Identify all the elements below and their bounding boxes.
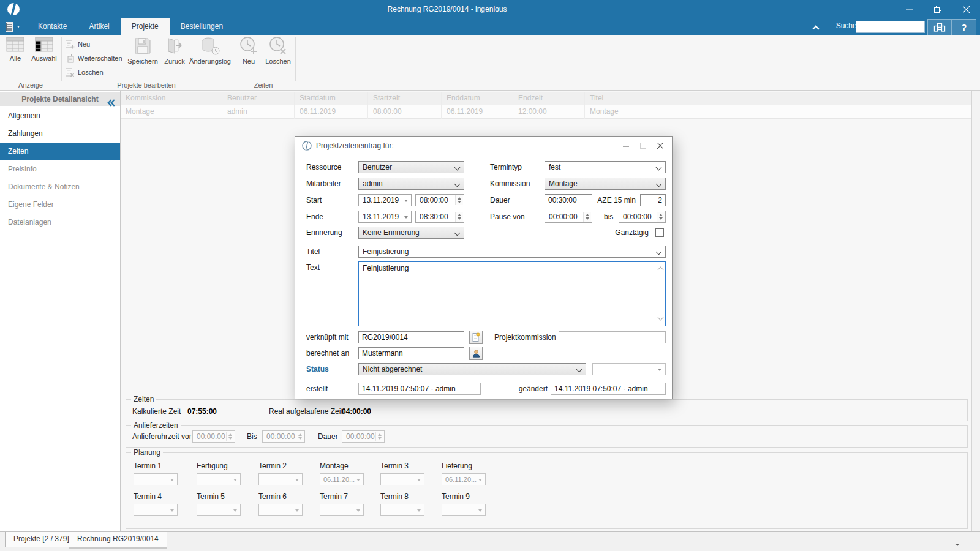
geaendert-label: geändert — [516, 383, 548, 395]
alle-button[interactable]: Alle — [2, 36, 28, 81]
ende-date-picker[interactable]: 13.11.2019 — [358, 211, 412, 223]
weiterschalten-button[interactable]: Weiterschalten — [65, 52, 123, 64]
erstellt-label: erstellt — [306, 383, 328, 395]
verknuepft-lookup-button[interactable] — [469, 331, 483, 344]
auswahl-label: Auswahl — [31, 54, 57, 62]
status-combo[interactable]: Nicht abgerechnet — [358, 363, 586, 375]
status-extra-combo[interactable] — [592, 363, 666, 375]
aze-input[interactable] — [640, 194, 666, 206]
anliefer-dauer-label: Dauer — [318, 431, 338, 442]
projektkommission-input[interactable] — [559, 331, 666, 343]
fertigung-combo[interactable] — [197, 473, 241, 485]
tab-artikel[interactable]: Artikel — [78, 18, 120, 35]
sidebar-item-dokumente[interactable]: Dokumente & Notizen — [0, 178, 120, 196]
column-header-startdatum[interactable]: Startdatum — [295, 92, 368, 105]
start-label: Start — [306, 194, 322, 206]
termin3-combo[interactable] — [380, 473, 424, 485]
panel-planung-legend: Planung — [131, 448, 163, 457]
column-header-enddatum[interactable]: Enddatum — [442, 92, 513, 105]
column-header-benutzer[interactable]: Benutzer — [222, 92, 295, 105]
scroll-up-icon[interactable] — [658, 265, 663, 274]
projekt-neu-button[interactable]: Neu — [65, 38, 90, 50]
dialog-separator — [303, 380, 665, 380]
ganztaegig-checkbox[interactable] — [655, 228, 664, 237]
mitarbeiter-combo[interactable]: admin — [358, 178, 464, 190]
sidebar-item-preisinfo[interactable]: Preisinfo — [0, 160, 120, 178]
verknuepft-input[interactable] — [358, 331, 464, 343]
zurueck-button[interactable]: Zurück — [160, 36, 189, 81]
anliefer-bis-input[interactable]: 00:00:00 — [262, 430, 305, 443]
dialog-minimize-button[interactable] — [618, 140, 634, 151]
projekt-loeschen-button[interactable]: Löschen — [65, 66, 104, 78]
tab-projekte[interactable]: Projekte — [121, 18, 170, 35]
ressource-combo[interactable]: Benutzer — [358, 161, 464, 173]
kalkulierte-zeit-label: Kalkulierte Zeit — [132, 406, 181, 417]
grid-header: Kommission Benutzer Startdatum Startzeit… — [121, 92, 971, 105]
sidebar-item-zeiten[interactable]: Zeiten — [0, 143, 120, 160]
search-button[interactable] — [927, 19, 952, 36]
termin4-combo[interactable] — [134, 504, 178, 516]
dialog-logo-icon — [302, 141, 312, 152]
termintyp-label: Termintyp — [490, 161, 522, 173]
berechnet-lookup-button[interactable] — [469, 347, 483, 360]
close-button[interactable] — [952, 0, 980, 18]
minimize-button[interactable] — [895, 0, 924, 18]
sidebar-item-allgemein[interactable]: Allgemein — [0, 107, 120, 125]
start-time-spinner[interactable]: 08:00:00 — [415, 194, 464, 206]
pause-bis-spinner[interactable]: 00:00:00 — [619, 211, 666, 223]
tab-overflow-icon[interactable] — [956, 539, 959, 548]
termin8-combo[interactable] — [380, 504, 424, 516]
restore-button[interactable] — [924, 0, 952, 18]
kommission-combo[interactable]: Montage — [545, 178, 666, 190]
column-header-startzeit[interactable]: Startzeit — [368, 92, 442, 105]
dialog-close-button[interactable] — [652, 140, 668, 151]
real-zeit-value: 04:00:00 — [342, 406, 371, 417]
termin9-combo[interactable] — [442, 504, 486, 516]
termin6-combo[interactable] — [258, 504, 303, 516]
start-date-picker[interactable]: 13.11.2019 — [358, 194, 412, 206]
titel-label: Titel — [306, 246, 320, 258]
document-link-icon — [471, 332, 481, 342]
zeit-loeschen-button[interactable]: Löschen — [263, 36, 293, 81]
new-document-icon — [65, 39, 75, 49]
sidebar-item-zahlungen[interactable]: Zahlungen — [0, 125, 120, 143]
tab-bestellungen[interactable]: Bestellungen — [170, 18, 234, 35]
column-header-endzeit[interactable]: Endzeit — [513, 92, 585, 105]
column-header-kommission[interactable]: Kommission — [121, 92, 222, 105]
doc-tab-rechnung[interactable]: Rechnung RG2019/0014 — [69, 532, 167, 547]
scroll-down-icon[interactable] — [658, 313, 663, 321]
table-row[interactable]: Montage admin 06.11.2019 08:00:00 06.11.… — [121, 105, 971, 119]
anlieferuhrzeit-von-input[interactable]: 00:00:00 — [192, 430, 235, 443]
zeit-neu-button[interactable]: Neu — [236, 36, 261, 81]
kalkulierte-zeit-value: 07:55:00 — [187, 406, 217, 417]
aenderungslog-button[interactable]: Änderungslog — [189, 36, 232, 81]
geaendert-input — [551, 383, 666, 395]
speichern-button[interactable]: Speichern — [125, 36, 160, 81]
montage-combo[interactable]: 06.11.20... — [320, 473, 364, 485]
termin2-combo[interactable] — [258, 473, 303, 485]
pause-bis-label: bis — [604, 211, 613, 223]
sidebar-item-dateianlagen[interactable]: Dateianlagen — [0, 214, 120, 231]
titel-combo[interactable]: Feinjustierung — [358, 246, 666, 258]
pause-von-spinner[interactable]: 00:00:00 — [545, 211, 592, 223]
file-menu-button[interactable] — [5, 20, 23, 34]
auswahl-button[interactable]: Auswahl — [29, 36, 59, 81]
help-button[interactable]: ? — [952, 19, 976, 36]
anliefer-dauer-input[interactable]: 00:00:00 — [342, 430, 385, 443]
tab-kontakte[interactable]: Kontakte — [27, 18, 78, 35]
termintyp-combo[interactable]: fest — [545, 161, 666, 173]
doc-tab-projekte[interactable]: Projekte [2 / 379] — [5, 532, 78, 547]
search-input[interactable] — [856, 21, 925, 33]
dialog-maximize-button[interactable] — [635, 140, 651, 151]
lieferung-combo[interactable]: 06.11.20... — [442, 473, 486, 485]
berechnet-input[interactable] — [358, 347, 464, 359]
sidebar-item-eigene-felder[interactable]: Eigene Felder — [0, 196, 120, 214]
termin5-combo[interactable] — [197, 504, 241, 516]
column-header-titel[interactable]: Titel — [585, 92, 971, 105]
ribbon-collapse-icon[interactable] — [813, 24, 818, 33]
text-textarea[interactable]: Feinjustierung — [359, 262, 665, 326]
ende-time-spinner[interactable]: 08:30:00 — [415, 211, 464, 223]
termin7-combo[interactable] — [320, 504, 364, 516]
termin1-combo[interactable] — [134, 473, 178, 485]
erinnerung-combo[interactable]: Keine Erinnerung — [358, 227, 464, 239]
